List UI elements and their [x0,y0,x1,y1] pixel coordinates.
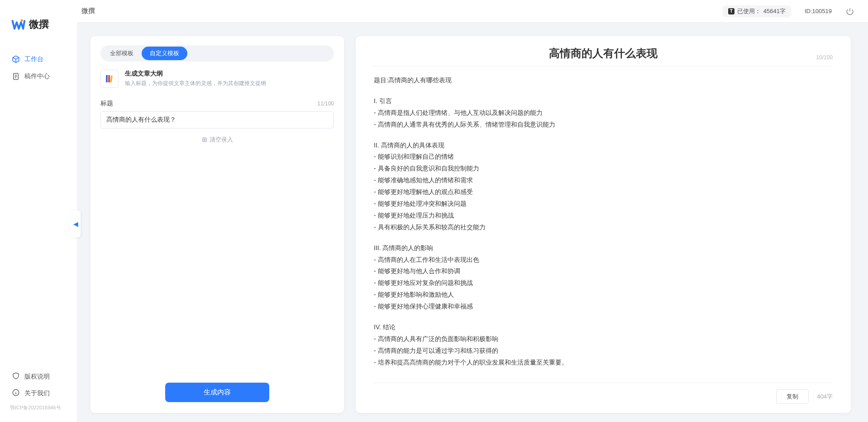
usage-prefix: 已使用： [737,7,761,15]
section-line: - 能够更好地与他人合作和协调 [374,266,833,277]
topbar-right: T 已使用： 45641字 ID:100519 [723,5,854,17]
logo[interactable]: 微撰 [0,9,77,42]
section-line: - 高情商的人在工作和生活中表现出色 [374,254,833,266]
section-line: - 能够识别和理解自己的情绪 [374,151,833,163]
footer-copyright[interactable]: 版权说明 [0,368,77,385]
power-icon[interactable] [845,7,854,16]
svg-point-0 [21,19,23,22]
footer-label: 版权说明 [24,373,50,381]
section-title: I. 引言 [374,95,833,107]
field-label: 标题 [100,100,113,108]
sidebar-item-label: 工作台 [24,55,43,63]
section-line: - 能够更好地理解他人的观点和感受 [374,186,833,198]
section-line: - 具备良好的自我意识和自我控制能力 [374,163,833,175]
doc-section: IV. 结论- 高情商的人具有广泛的负面影响和积极影响- 高情商的能力是可以通过… [374,322,833,369]
section-line: - 培养和提高高情商的能力对于个人的职业发展和生活质量至关重要。 [374,357,833,369]
template-tabs: 全部模板 自定义模板 [100,45,334,62]
doc-title-row: 高情商的人有什么表现 10/100 [374,46,833,66]
template-desc: 输入标题，为你提供文章主体的灵感，并为其创建推文提纲 [125,80,266,87]
template-card[interactable]: 生成文章大纲 输入标题，为你提供文章主体的灵感，并为其创建推文提纲 [100,70,334,88]
main: 全部模板 自定义模板 生成文章大纲 输入标题，为你提供文章主体的灵感，并为其创建… [77,23,868,422]
cube-icon [12,55,20,63]
section-line: - 高情商的人通常具有优秀的人际关系、情绪管理和自我意识能力 [374,119,833,131]
section-line: - 能够更好地保持心理健康和幸福感 [374,301,833,313]
sidebar-item-drafts[interactable]: 稿件中心 [0,68,77,85]
section-line: - 能够更好地应对复杂的问题和挑战 [374,277,833,289]
brand-name: 微撰 [29,18,49,31]
sidebar-nav: 工作台 稿件中心 [0,42,77,94]
right-panel: 高情商的人有什么表现 10/100 题目:高情商的人有哪些表现I. 引言- 高情… [356,36,851,413]
doc-title[interactable]: 高情商的人有什么表现 [374,46,833,61]
sidebar-footer: 版权说明 关于我们 鄂ICP备2022016946号 [0,364,77,422]
sidebar: 微撰 工作台 稿件中心 版权说明 关于我们 鄂ICP [0,0,77,422]
doc-section: II. 高情商的人的具体表现- 能够识别和理解自己的情绪- 具备良好的自我意识和… [374,140,833,233]
usage-value: 45641字 [763,7,786,15]
section-line: - 能够更好地处理压力和挑战 [374,210,833,222]
svg-rect-5 [110,76,113,82]
title-char-count: 10/100 [816,54,833,61]
user-id: ID:100519 [805,8,832,14]
section-title: II. 高情商的人的具体表现 [374,140,833,152]
topbar: 微撰 T 已使用： 45641字 ID:100519 [0,0,868,23]
doc-section: I. 引言- 高情商是指人们处理情绪、与他人互动以及解决问题的能力- 高情商的人… [374,95,833,131]
eraser-icon [201,137,208,143]
section-line: - 高情商的人具有广泛的负面影响和积极影响 [374,333,833,345]
svg-rect-4 [108,75,110,82]
section-title: IV. 结论 [374,322,833,333]
title-input[interactable] [100,111,334,128]
t-icon: T [728,8,734,14]
section-line: - 能够更好地处理冲突和解决问题 [374,198,833,210]
section-line: - 能够准确地感知他人的情绪和需求 [374,175,833,186]
section-line: - 具有积极的人际关系和较高的社交能力 [374,222,833,233]
copy-button[interactable]: 复制 [776,389,809,404]
tab-custom[interactable]: 自定义模板 [142,47,187,60]
doc-heading: 题目:高情商的人有哪些表现 [374,75,833,86]
output-word-count: 404字 [817,393,833,401]
section-line: - 高情商是指人们处理情绪、与他人互动以及解决问题的能力 [374,107,833,119]
document-icon [12,72,20,81]
section-title: III. 高情商的人的影响 [374,242,833,254]
svg-rect-3 [106,75,108,82]
logo-mark-icon [11,17,25,32]
usage-badge[interactable]: T 已使用： 45641字 [723,5,791,17]
info-icon [12,389,20,398]
footer-label: 关于我们 [24,389,50,398]
template-title: 生成文章大纲 [125,70,266,78]
doc-section: III. 高情商的人的影响- 高情商的人在工作和生活中表现出色- 能够更好地与他… [374,242,833,313]
icp-text: 鄂ICP备2022016946号 [0,402,77,417]
generate-button[interactable]: 生成内容 [165,383,269,402]
field-label-row: 标题 11/100 [100,100,334,108]
left-panel: 全部模板 自定义模板 生成文章大纲 输入标题，为你提供文章主体的灵感，并为其创建… [91,36,344,413]
sidebar-item-workbench[interactable]: 工作台 [0,51,77,68]
doc-body[interactable]: 题目:高情商的人有哪些表现I. 引言- 高情商是指人们处理情绪、与他人互动以及解… [374,75,833,378]
section-line: - 能够更好地影响和激励他人 [374,289,833,301]
field-char-count: 11/100 [317,100,334,107]
footer-about[interactable]: 关于我们 [0,385,77,402]
section-line: - 高情商的能力是可以通过学习和练习获得的 [374,345,833,357]
clear-input-button[interactable]: 清空录入 [100,136,334,144]
shield-icon [12,372,20,381]
output-footer: 复制 404字 [374,383,833,404]
tab-all[interactable]: 全部模板 [102,47,142,60]
app-title: 微撰 [81,7,95,15]
books-icon [100,70,119,88]
sidebar-item-label: 稿件中心 [24,72,50,81]
